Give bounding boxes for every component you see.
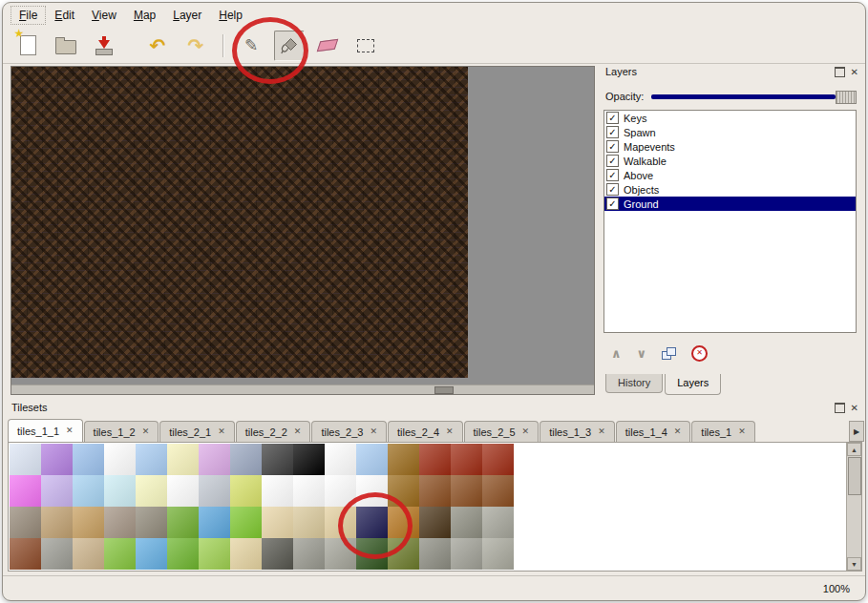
tab-close-icon[interactable]: ✕ xyxy=(294,427,302,436)
menu-help[interactable]: Help xyxy=(210,6,251,25)
tile-3-0[interactable] xyxy=(10,538,41,570)
scrollbar-thumb[interactable] xyxy=(434,386,454,394)
layer-visibility-checkbox[interactable]: ✓ xyxy=(606,155,619,167)
tile-2-3[interactable] xyxy=(104,507,136,538)
tile-0-13[interactable] xyxy=(419,444,451,475)
fill-tool-button[interactable] xyxy=(274,31,305,61)
scrollbar-thumb[interactable] xyxy=(848,457,861,495)
close-panel-icon[interactable]: ✕ xyxy=(851,68,858,77)
tile-1-11[interactable] xyxy=(356,475,388,507)
map-viewport[interactable] xyxy=(11,66,595,395)
tab-close-icon[interactable]: ✕ xyxy=(598,427,605,436)
map-canvas[interactable] xyxy=(11,67,468,378)
tile-0-2[interactable] xyxy=(73,444,104,475)
layer-visibility-checkbox[interactable]: ✓ xyxy=(606,140,619,153)
tile-3-9[interactable] xyxy=(293,538,325,570)
tile-1-13[interactable] xyxy=(419,475,451,507)
tab-close-icon[interactable]: ✕ xyxy=(738,427,746,436)
menu-layer[interactable]: Layer xyxy=(164,6,210,25)
layer-row-ground[interactable]: ✓Ground xyxy=(604,197,856,211)
duplicate-layer-button[interactable] xyxy=(662,347,676,360)
tile-1-4[interactable] xyxy=(136,475,167,507)
menu-file[interactable]: File xyxy=(11,6,46,25)
tile-3-4[interactable] xyxy=(136,538,167,570)
tile-2-12[interactable] xyxy=(388,507,419,538)
tile-3-14[interactable] xyxy=(451,538,482,570)
menu-view[interactable]: View xyxy=(83,6,125,25)
tile-3-6[interactable] xyxy=(199,538,230,570)
opacity-slider[interactable] xyxy=(651,90,857,103)
tile-0-11[interactable] xyxy=(356,444,388,475)
layer-row-mapevents[interactable]: ✓Mapevents xyxy=(604,139,856,154)
layer-row-above[interactable]: ✓Above xyxy=(604,168,856,182)
tile-0-5[interactable] xyxy=(167,444,199,475)
raise-layer-button[interactable]: ∧ xyxy=(611,347,622,360)
layer-visibility-checkbox[interactable]: ✓ xyxy=(606,169,619,181)
tab-layers[interactable]: Layers xyxy=(665,374,721,395)
tile-0-0[interactable] xyxy=(10,444,41,475)
tile-0-3[interactable] xyxy=(104,444,136,475)
select-tool-button[interactable] xyxy=(350,31,381,61)
tile-1-7[interactable] xyxy=(230,475,262,507)
tile-1-3[interactable] xyxy=(104,475,136,507)
tileset-tab-tiles_2_3[interactable]: tiles_2_3✕ xyxy=(311,421,387,442)
tile-3-15[interactable] xyxy=(482,538,514,570)
menu-edit[interactable]: Edit xyxy=(46,6,83,25)
pen-tool-button[interactable]: ✎ xyxy=(236,31,266,61)
tile-3-2[interactable] xyxy=(73,538,104,570)
tile-1-1[interactable] xyxy=(41,475,73,507)
tileset-tab-tiles_1_1[interactable]: tiles_1_1✕ xyxy=(8,419,83,442)
lower-layer-button[interactable]: ∨ xyxy=(637,347,647,360)
tile-3-1[interactable] xyxy=(41,538,73,570)
close-panel-icon[interactable]: ✕ xyxy=(851,404,858,413)
layer-visibility-checkbox[interactable]: ✓ xyxy=(606,183,619,196)
tile-3-3[interactable] xyxy=(104,538,136,570)
palette-vertical-scrollbar[interactable]: ▲ ▼ xyxy=(846,443,861,571)
tile-1-12[interactable] xyxy=(388,475,419,507)
float-panel-icon[interactable] xyxy=(835,67,845,77)
tile-1-10[interactable] xyxy=(325,475,356,507)
tileset-tab-tiles_1_4[interactable]: tiles_1_4✕ xyxy=(616,421,691,442)
tile-1-8[interactable] xyxy=(262,475,293,507)
tab-close-icon[interactable]: ✕ xyxy=(66,426,74,435)
tile-0-8[interactable] xyxy=(262,444,293,475)
open-button[interactable] xyxy=(51,31,81,61)
tab-close-icon[interactable]: ✕ xyxy=(370,427,377,436)
tileset-tab-tiles_2_1[interactable]: tiles_2_1✕ xyxy=(159,421,235,442)
layer-visibility-checkbox[interactable]: ✓ xyxy=(606,198,619,210)
map-horizontal-scrollbar[interactable] xyxy=(11,385,594,394)
menu-map[interactable]: Map xyxy=(125,6,164,25)
tile-1-2[interactable] xyxy=(73,475,104,507)
tileset-tab-tiles_1_2[interactable]: tiles_1_2✕ xyxy=(84,421,159,442)
tile-0-9[interactable] xyxy=(293,444,325,475)
layer-row-keys[interactable]: ✓Keys xyxy=(604,111,856,125)
tab-close-icon[interactable]: ✕ xyxy=(522,427,530,436)
tile-2-8[interactable] xyxy=(262,507,293,538)
tile-2-14[interactable] xyxy=(451,507,482,538)
tile-2-10[interactable] xyxy=(325,507,356,538)
tile-0-1[interactable] xyxy=(41,444,73,475)
tile-0-15[interactable] xyxy=(482,444,514,475)
layer-row-spawn[interactable]: ✓Spawn xyxy=(604,125,856,139)
tile-0-4[interactable] xyxy=(136,444,167,475)
tile-1-6[interactable] xyxy=(199,475,230,507)
tile-2-7[interactable] xyxy=(230,507,262,538)
tile-2-11[interactable] xyxy=(356,507,388,538)
tile-1-15[interactable] xyxy=(482,475,514,507)
tile-2-5[interactable] xyxy=(167,507,199,538)
tile-3-13[interactable] xyxy=(419,538,451,570)
tile-0-6[interactable] xyxy=(199,444,230,475)
tile-2-2[interactable] xyxy=(73,507,104,538)
tab-close-icon[interactable]: ✕ xyxy=(142,427,150,436)
tile-2-1[interactable] xyxy=(41,507,73,538)
scroll-down-button[interactable]: ▼ xyxy=(847,557,861,571)
layer-row-objects[interactable]: ✓Objects xyxy=(604,182,856,197)
tile-3-11[interactable] xyxy=(356,538,388,570)
tileset-tab-tiles_2_4[interactable]: tiles_2_4✕ xyxy=(388,421,463,442)
tab-history[interactable]: History xyxy=(605,374,663,393)
undo-button[interactable]: ↶ xyxy=(142,31,173,61)
tile-0-12[interactable] xyxy=(388,444,419,475)
tab-scroll-right-button[interactable]: ▶ xyxy=(849,421,864,442)
scroll-up-button[interactable]: ▲ xyxy=(847,443,861,456)
tile-2-13[interactable] xyxy=(419,507,451,538)
